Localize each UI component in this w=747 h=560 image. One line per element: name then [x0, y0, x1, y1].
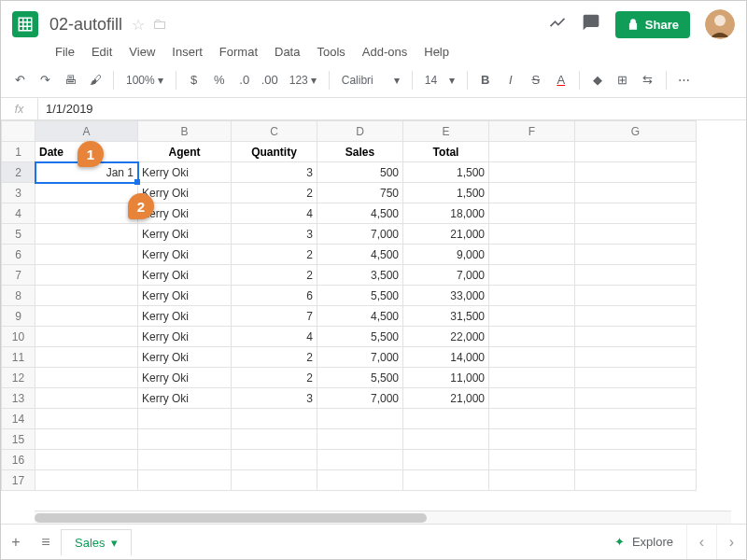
paint-format-icon[interactable]: 🖌 — [86, 71, 105, 90]
nav-right-icon[interactable]: › — [716, 525, 746, 559]
menu-data[interactable]: Data — [267, 43, 307, 61]
col-header-b[interactable]: B — [138, 121, 232, 142]
font-select[interactable]: Calibri ▾ — [338, 74, 403, 87]
cell[interactable]: 3 — [232, 162, 317, 183]
table-row: 3Kerry Oki27501,500 — [2, 183, 697, 203]
table-row: 16 — [2, 450, 697, 470]
cell[interactable]: Total — [403, 142, 489, 162]
menu-view[interactable]: View — [121, 43, 162, 61]
select-all-corner[interactable] — [2, 121, 35, 142]
table-row: 5Kerry Oki37,00021,000 — [2, 224, 697, 245]
trend-icon[interactable] — [548, 13, 567, 35]
table-row: 2 Jan 1 Kerry Oki 3 500 1,500 — [2, 162, 697, 183]
table-row: 6Kerry Oki24,5009,000 — [2, 245, 697, 265]
fill-color-icon[interactable]: ◆ — [588, 71, 607, 90]
sheets-logo[interactable] — [12, 11, 38, 37]
cell[interactable] — [575, 142, 697, 162]
table-row: 11Kerry Oki27,00014,000 — [2, 347, 697, 368]
fx-label: fx — [1, 98, 38, 119]
formula-input[interactable]: 1/1/2019 — [38, 102, 93, 116]
redo-icon[interactable]: ↷ — [35, 71, 54, 90]
font-size-select[interactable]: 14 ▾ — [421, 74, 458, 87]
col-header-a[interactable]: A — [35, 121, 138, 142]
document-name[interactable]: 02-autofill — [49, 15, 122, 35]
nav-left-icon[interactable]: ‹ — [686, 525, 716, 559]
col-header-g[interactable]: G — [575, 121, 697, 142]
more-icon[interactable]: ⋯ — [675, 71, 694, 90]
tab-sales[interactable]: Sales ▾ — [61, 529, 132, 555]
number-format-select[interactable]: 123▾ — [286, 74, 320, 87]
strike-icon[interactable]: S — [527, 71, 545, 90]
cell[interactable] — [575, 162, 697, 183]
table-row: 9Kerry Oki74,50031,500 — [2, 306, 697, 327]
table-row: 1 Date Agent Quantity Sales Total — [2, 142, 697, 162]
menu-edit[interactable]: Edit — [84, 43, 120, 61]
col-header-d[interactable]: D — [317, 121, 403, 142]
add-sheet-button[interactable]: + — [1, 534, 31, 551]
cell[interactable]: Agent — [138, 142, 232, 162]
percent-icon[interactable]: % — [210, 71, 229, 90]
row-header[interactable]: 2 — [2, 162, 35, 183]
cell[interactable]: Sales — [317, 142, 403, 162]
menu-file[interactable]: File — [48, 43, 82, 61]
title-bar: 02-autofill ☆ 🗀 Share — [1, 1, 746, 40]
col-header-f[interactable]: F — [489, 121, 575, 142]
merge-icon[interactable]: ⇆ — [639, 71, 657, 90]
horizontal-scrollbar[interactable] — [35, 511, 731, 524]
currency-icon[interactable]: $ — [185, 71, 204, 90]
print-icon[interactable]: 🖶 — [61, 71, 79, 90]
cell[interactable] — [489, 142, 575, 162]
table-row: 8Kerry Oki65,50033,000 — [2, 286, 697, 306]
formula-bar: fx 1/1/2019 — [1, 98, 746, 120]
menu-insert[interactable]: Insert — [164, 43, 210, 61]
table-row: 14 — [2, 409, 697, 429]
italic-icon[interactable]: I — [501, 71, 520, 90]
table-row: 15 — [2, 429, 697, 450]
column-header-row: A B C D E F G — [2, 121, 697, 142]
all-sheets-button[interactable]: ≡ — [31, 534, 61, 551]
menu-addons[interactable]: Add-ons — [355, 43, 415, 61]
cell[interactable] — [489, 162, 575, 183]
increase-decimal-icon[interactable]: .00 — [261, 71, 279, 90]
explore-button[interactable]: ✦Explore — [601, 535, 686, 549]
zoom-select[interactable]: 100% ▾ — [122, 74, 167, 87]
callout-1: 1 — [78, 141, 104, 167]
avatar[interactable] — [705, 9, 735, 39]
col-header-e[interactable]: E — [403, 121, 489, 142]
cell[interactable]: 1,500 — [403, 162, 489, 183]
decrease-decimal-icon[interactable]: .0 — [235, 71, 254, 90]
callout-2: 2 — [128, 193, 154, 219]
table-row: 12Kerry Oki25,50011,000 — [2, 368, 697, 388]
bold-icon[interactable]: B — [476, 71, 495, 90]
table-row: 10Kerry Oki45,50022,000 — [2, 327, 697, 347]
star-icon[interactable]: ☆ — [132, 16, 145, 34]
undo-icon[interactable]: ↶ — [10, 71, 29, 90]
menu-tools[interactable]: Tools — [309, 43, 352, 61]
table-row: 17 — [2, 470, 697, 491]
cell[interactable]: Quantity — [232, 142, 317, 162]
row-header[interactable]: 1 — [2, 142, 35, 162]
col-header-c[interactable]: C — [232, 121, 317, 142]
comments-icon[interactable] — [582, 13, 600, 35]
menu-format[interactable]: Format — [212, 43, 265, 61]
menu-help[interactable]: Help — [416, 43, 457, 61]
share-button[interactable]: Share — [615, 11, 690, 38]
table-row: 7Kerry Oki23,5007,000 — [2, 265, 697, 286]
cell[interactable]: Kerry Oki — [138, 162, 232, 183]
cell[interactable]: 500 — [317, 162, 403, 183]
spreadsheet-grid[interactable]: A B C D E F G 1 Date Agent Quantity Sale… — [1, 120, 746, 546]
folder-icon[interactable]: 🗀 — [152, 16, 167, 33]
menu-bar: File Edit View Insert Format Data Tools … — [1, 40, 746, 63]
table-row: 13Kerry Oki37,00021,000 — [2, 388, 697, 409]
table-row: 4Kerry Oki44,50018,000 — [2, 203, 697, 224]
sheet-tab-bar: + ≡ Sales ▾ ✦Explore ‹ › — [1, 524, 746, 559]
borders-icon[interactable]: ⊞ — [613, 71, 632, 90]
text-color-icon[interactable]: A — [552, 71, 571, 90]
toolbar: ↶ ↷ 🖶 🖌 100% ▾ $ % .0 .00 123▾ Calibri ▾… — [1, 63, 746, 98]
